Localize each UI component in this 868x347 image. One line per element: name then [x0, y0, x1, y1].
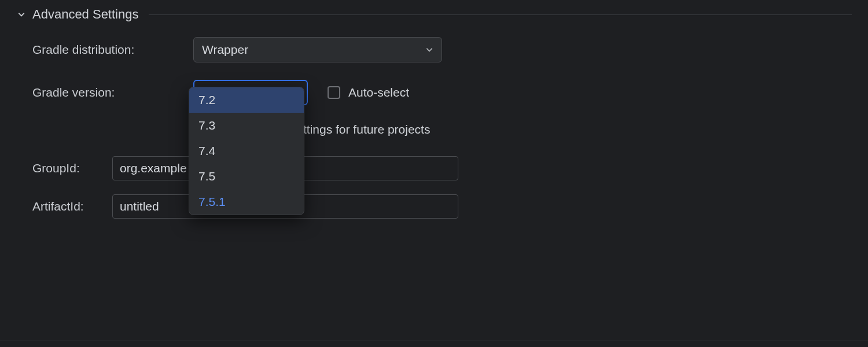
chevron-down-icon[interactable]: [16, 9, 27, 20]
remember-settings-label-partial: ttings for future projects: [303, 123, 430, 136]
artifact-id-label: ArtifactId:: [32, 200, 112, 213]
gradle-distribution-row: Gradle distribution: Wrapper: [32, 37, 836, 62]
version-option[interactable]: 7.5.1: [189, 189, 304, 215]
gradle-version-dropdown: 7.27.37.47.57.5.1: [189, 87, 304, 215]
auto-select-checkbox[interactable]: [328, 86, 340, 99]
remember-settings-row: ttings for future projects: [303, 123, 836, 136]
gradle-version-label: Gradle version:: [32, 86, 193, 99]
section-divider: [149, 14, 852, 15]
version-option[interactable]: 7.5: [189, 164, 304, 189]
gradle-version-row: Gradle version: 7.5.1 Auto-select: [32, 80, 836, 105]
gradle-distribution-select[interactable]: Wrapper: [193, 37, 442, 62]
group-id-row: GroupId:: [32, 156, 836, 180]
artifact-id-row: ArtifactId:: [32, 194, 836, 219]
chevron-down-icon: [425, 43, 433, 57]
version-option[interactable]: 7.4: [189, 138, 304, 164]
version-option[interactable]: 7.3: [189, 113, 304, 138]
group-id-label: GroupId:: [32, 161, 112, 175]
gradle-distribution-label: Gradle distribution:: [32, 43, 193, 57]
gradle-distribution-value: Wrapper: [202, 43, 248, 57]
section-header: Advanced Settings: [0, 0, 868, 27]
auto-select-label: Auto-select: [348, 86, 409, 99]
bottom-divider: [0, 341, 868, 341]
version-option[interactable]: 7.2: [189, 87, 304, 113]
section-title: Advanced Settings: [32, 7, 138, 22]
